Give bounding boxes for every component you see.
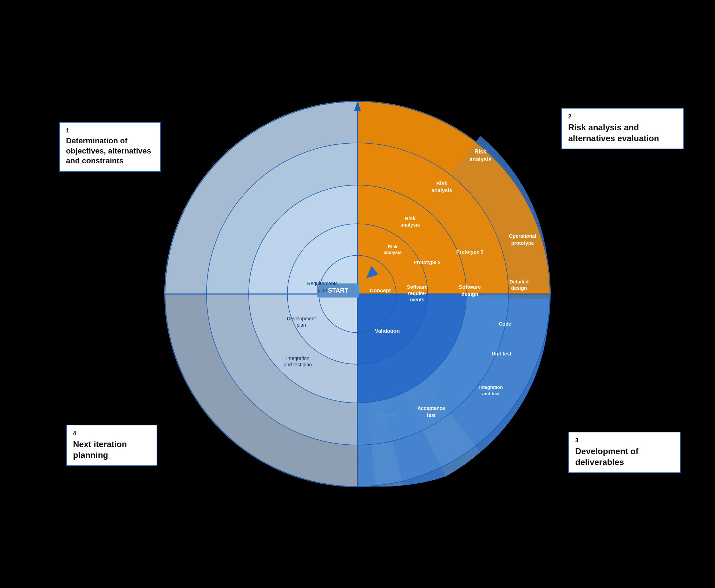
svg-text:Requirements: Requirements [307, 281, 337, 286]
svg-text:analysis: analysis [383, 250, 401, 255]
label-q3-text: Development of deliverables [575, 446, 638, 467]
svg-text:Acceptance: Acceptance [418, 405, 445, 411]
svg-text:plan: plan [318, 287, 327, 293]
label-q2: 2 Risk analysis and alternatives evaluat… [561, 108, 684, 149]
svg-text:Risk: Risk [405, 216, 415, 221]
svg-text:Code: Code [499, 321, 511, 327]
svg-text:Unit test: Unit test [492, 351, 511, 357]
svg-text:Software: Software [459, 284, 481, 290]
label-q3: 3 Development of deliverables [568, 432, 681, 473]
svg-text:Software: Software [407, 284, 427, 290]
label-q4: 4 Next iteration planning [66, 425, 157, 466]
svg-text:Operational: Operational [509, 233, 536, 239]
svg-text:Risk: Risk [474, 149, 486, 155]
svg-text:design: design [511, 285, 527, 291]
label-q4-num: 4 [73, 430, 150, 437]
label-q1: 1 Determination of objectives, alternati… [59, 122, 161, 172]
svg-text:Integration: Integration [479, 385, 503, 390]
svg-text:and test: and test [482, 391, 500, 396]
svg-text:require-: require- [408, 290, 426, 296]
svg-text:Release: Release [378, 412, 397, 418]
label-q2-text: Risk analysis and alternatives evaluatio… [568, 123, 659, 143]
svg-text:prototype: prototype [511, 240, 534, 246]
svg-text:Risk: Risk [436, 180, 447, 186]
svg-text:Concept: Concept [370, 287, 391, 293]
svg-text:analysis: analysis [400, 222, 420, 228]
svg-text:plan: plan [297, 322, 306, 328]
svg-text:analysis: analysis [469, 156, 491, 162]
svg-text:Detailed: Detailed [510, 279, 529, 285]
label-q4-text: Next iteration planning [73, 439, 127, 460]
svg-text:Development: Development [287, 316, 316, 321]
svg-text:Prototype 3: Prototype 3 [456, 249, 483, 255]
svg-text:Risk: Risk [388, 244, 398, 249]
svg-text:Validation: Validation [375, 328, 400, 334]
svg-text:Prototype1: Prototype1 [376, 273, 400, 278]
label-q1-num: 1 [66, 128, 154, 134]
svg-text:ments: ments [410, 297, 424, 302]
svg-text:analysis: analysis [431, 187, 452, 193]
svg-text:Prototype 2: Prototype 2 [413, 260, 440, 265]
svg-text:Integration: Integration [286, 355, 309, 361]
svg-text:design: design [461, 291, 478, 297]
diagram-area: START Concept Software require- ments So… [164, 101, 551, 487]
label-q1-text: Determination of objectives, alternative… [66, 136, 151, 165]
svg-text:START: START [328, 287, 349, 294]
label-q2-num: 2 [568, 113, 677, 120]
svg-text:and test plan: and test plan [284, 362, 312, 367]
label-q3-num: 3 [575, 437, 674, 444]
svg-text:test: test [427, 412, 436, 418]
main-container: START Concept Software require- ments So… [0, 0, 715, 588]
